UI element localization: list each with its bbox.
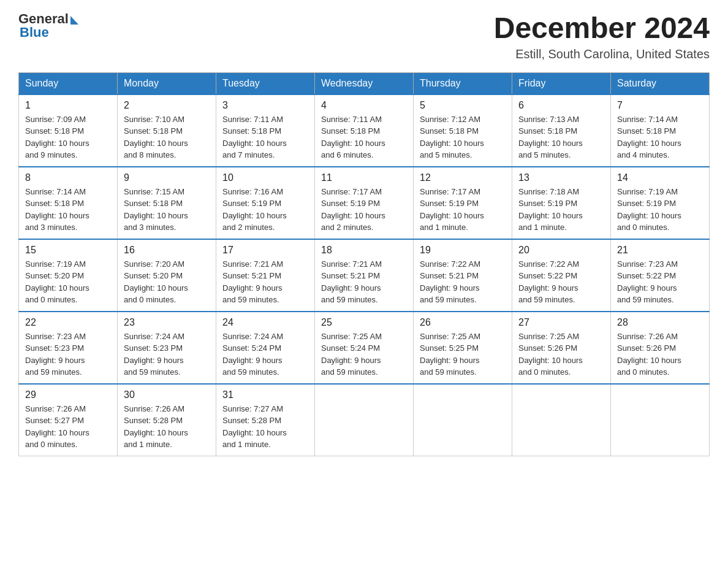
calendar-cell: 15Sunrise: 7:19 AMSunset: 5:20 PMDayligh… bbox=[19, 239, 118, 312]
day-number: 23 bbox=[124, 317, 210, 328]
day-number: 1 bbox=[25, 100, 111, 111]
day-info: Sunrise: 7:17 AMSunset: 5:19 PMDaylight:… bbox=[321, 186, 407, 234]
day-info: Sunrise: 7:22 AMSunset: 5:21 PMDaylight:… bbox=[420, 258, 506, 306]
day-info: Sunrise: 7:19 AMSunset: 5:19 PMDaylight:… bbox=[617, 186, 703, 234]
day-number: 30 bbox=[124, 389, 210, 400]
page-header: General Blue December 2024 Estill, South… bbox=[18, 12, 710, 61]
day-number: 25 bbox=[321, 317, 407, 328]
calendar-cell: 1Sunrise: 7:09 AMSunset: 5:18 PMDaylight… bbox=[19, 94, 118, 167]
day-info: Sunrise: 7:23 AMSunset: 5:22 PMDaylight:… bbox=[617, 258, 703, 306]
day-number: 21 bbox=[617, 245, 703, 256]
calendar-cell bbox=[315, 384, 414, 456]
calendar-cell: 11Sunrise: 7:17 AMSunset: 5:19 PMDayligh… bbox=[315, 167, 414, 239]
calendar-cell: 17Sunrise: 7:21 AMSunset: 5:21 PMDayligh… bbox=[216, 239, 315, 312]
day-info: Sunrise: 7:13 AMSunset: 5:18 PMDaylight:… bbox=[518, 113, 604, 161]
header-wednesday: Wednesday bbox=[315, 72, 414, 94]
day-number: 14 bbox=[617, 172, 703, 183]
day-info: Sunrise: 7:26 AMSunset: 5:27 PMDaylight:… bbox=[25, 403, 111, 451]
day-number: 3 bbox=[222, 100, 308, 111]
day-info: Sunrise: 7:12 AMSunset: 5:18 PMDaylight:… bbox=[420, 113, 506, 161]
logo-blue-text: Blue bbox=[20, 25, 49, 40]
header-thursday: Thursday bbox=[414, 72, 512, 94]
day-info: Sunrise: 7:18 AMSunset: 5:19 PMDaylight:… bbox=[518, 186, 604, 234]
calendar-cell: 10Sunrise: 7:16 AMSunset: 5:19 PMDayligh… bbox=[216, 167, 315, 239]
day-info: Sunrise: 7:22 AMSunset: 5:22 PMDaylight:… bbox=[518, 258, 604, 306]
day-number: 28 bbox=[617, 317, 703, 328]
calendar-cell: 3Sunrise: 7:11 AMSunset: 5:18 PMDaylight… bbox=[216, 94, 315, 167]
calendar-cell: 25Sunrise: 7:25 AMSunset: 5:24 PMDayligh… bbox=[315, 312, 414, 384]
calendar-cell: 7Sunrise: 7:14 AMSunset: 5:18 PMDaylight… bbox=[611, 94, 710, 167]
calendar-cell: 4Sunrise: 7:11 AMSunset: 5:18 PMDaylight… bbox=[315, 94, 414, 167]
day-info: Sunrise: 7:16 AMSunset: 5:19 PMDaylight:… bbox=[222, 186, 308, 234]
day-info: Sunrise: 7:24 AMSunset: 5:23 PMDaylight:… bbox=[124, 331, 210, 378]
calendar-cell bbox=[611, 384, 710, 456]
day-info: Sunrise: 7:20 AMSunset: 5:20 PMDaylight:… bbox=[124, 258, 210, 306]
day-number: 10 bbox=[222, 172, 308, 183]
day-info: Sunrise: 7:25 AMSunset: 5:24 PMDaylight:… bbox=[321, 331, 407, 378]
day-number: 19 bbox=[420, 245, 506, 256]
calendar-cell: 13Sunrise: 7:18 AMSunset: 5:19 PMDayligh… bbox=[512, 167, 611, 239]
header-monday: Monday bbox=[118, 72, 216, 94]
day-number: 27 bbox=[518, 317, 604, 328]
calendar-cell: 5Sunrise: 7:12 AMSunset: 5:18 PMDaylight… bbox=[414, 94, 512, 167]
day-info: Sunrise: 7:25 AMSunset: 5:25 PMDaylight:… bbox=[420, 331, 506, 378]
day-info: Sunrise: 7:14 AMSunset: 5:18 PMDaylight:… bbox=[25, 186, 111, 234]
day-number: 24 bbox=[222, 317, 308, 328]
calendar-cell: 9Sunrise: 7:15 AMSunset: 5:18 PMDaylight… bbox=[118, 167, 216, 239]
calendar-cell: 12Sunrise: 7:17 AMSunset: 5:19 PMDayligh… bbox=[414, 167, 512, 239]
day-info: Sunrise: 7:26 AMSunset: 5:26 PMDaylight:… bbox=[617, 331, 703, 378]
day-info: Sunrise: 7:14 AMSunset: 5:18 PMDaylight:… bbox=[617, 113, 703, 161]
day-info: Sunrise: 7:11 AMSunset: 5:18 PMDaylight:… bbox=[321, 113, 407, 161]
day-number: 18 bbox=[321, 245, 407, 256]
logo-general-text: General bbox=[18, 12, 69, 26]
calendar-table: SundayMondayTuesdayWednesdayThursdayFrid… bbox=[18, 72, 710, 456]
day-number: 5 bbox=[420, 100, 506, 111]
day-number: 8 bbox=[25, 172, 111, 183]
header-saturday: Saturday bbox=[611, 72, 710, 94]
calendar-cell: 22Sunrise: 7:23 AMSunset: 5:23 PMDayligh… bbox=[19, 312, 118, 384]
calendar-cell: 6Sunrise: 7:13 AMSunset: 5:18 PMDaylight… bbox=[512, 94, 611, 167]
calendar-week-row: 15Sunrise: 7:19 AMSunset: 5:20 PMDayligh… bbox=[19, 239, 710, 312]
calendar-cell: 16Sunrise: 7:20 AMSunset: 5:20 PMDayligh… bbox=[118, 239, 216, 312]
day-number: 7 bbox=[617, 100, 703, 111]
header-friday: Friday bbox=[512, 72, 611, 94]
month-year-title: December 2024 bbox=[494, 12, 710, 45]
day-info: Sunrise: 7:11 AMSunset: 5:18 PMDaylight:… bbox=[222, 113, 308, 161]
day-info: Sunrise: 7:26 AMSunset: 5:28 PMDaylight:… bbox=[124, 403, 210, 451]
day-info: Sunrise: 7:17 AMSunset: 5:19 PMDaylight:… bbox=[420, 186, 506, 234]
day-number: 12 bbox=[420, 172, 506, 183]
calendar-cell bbox=[414, 384, 512, 456]
day-number: 26 bbox=[420, 317, 506, 328]
day-number: 11 bbox=[321, 172, 407, 183]
calendar-cell: 30Sunrise: 7:26 AMSunset: 5:28 PMDayligh… bbox=[118, 384, 216, 456]
day-number: 22 bbox=[25, 317, 111, 328]
calendar-cell: 14Sunrise: 7:19 AMSunset: 5:19 PMDayligh… bbox=[611, 167, 710, 239]
calendar-cell: 28Sunrise: 7:26 AMSunset: 5:26 PMDayligh… bbox=[611, 312, 710, 384]
calendar-cell: 31Sunrise: 7:27 AMSunset: 5:28 PMDayligh… bbox=[216, 384, 315, 456]
calendar-cell: 2Sunrise: 7:10 AMSunset: 5:18 PMDaylight… bbox=[118, 94, 216, 167]
day-number: 6 bbox=[518, 100, 604, 111]
calendar-cell: 18Sunrise: 7:21 AMSunset: 5:21 PMDayligh… bbox=[315, 239, 414, 312]
day-number: 2 bbox=[124, 100, 210, 111]
days-of-week-header: SundayMondayTuesdayWednesdayThursdayFrid… bbox=[19, 72, 710, 94]
day-info: Sunrise: 7:09 AMSunset: 5:18 PMDaylight:… bbox=[25, 113, 111, 161]
calendar-cell: 27Sunrise: 7:25 AMSunset: 5:26 PMDayligh… bbox=[512, 312, 611, 384]
day-info: Sunrise: 7:25 AMSunset: 5:26 PMDaylight:… bbox=[518, 331, 604, 378]
day-info: Sunrise: 7:21 AMSunset: 5:21 PMDaylight:… bbox=[321, 258, 407, 306]
calendar-cell: 19Sunrise: 7:22 AMSunset: 5:21 PMDayligh… bbox=[414, 239, 512, 312]
calendar-week-row: 1Sunrise: 7:09 AMSunset: 5:18 PMDaylight… bbox=[19, 94, 710, 167]
day-number: 4 bbox=[321, 100, 407, 111]
day-info: Sunrise: 7:10 AMSunset: 5:18 PMDaylight:… bbox=[124, 113, 210, 161]
day-number: 13 bbox=[518, 172, 604, 183]
day-info: Sunrise: 7:27 AMSunset: 5:28 PMDaylight:… bbox=[222, 403, 308, 451]
day-number: 17 bbox=[222, 245, 308, 256]
header-tuesday: Tuesday bbox=[216, 72, 315, 94]
calendar-cell: 23Sunrise: 7:24 AMSunset: 5:23 PMDayligh… bbox=[118, 312, 216, 384]
location-subtitle: Estill, South Carolina, United States bbox=[494, 47, 710, 61]
day-number: 29 bbox=[25, 389, 111, 400]
day-number: 31 bbox=[222, 389, 308, 400]
day-number: 20 bbox=[518, 245, 604, 256]
day-info: Sunrise: 7:15 AMSunset: 5:18 PMDaylight:… bbox=[124, 186, 210, 234]
calendar-cell: 20Sunrise: 7:22 AMSunset: 5:22 PMDayligh… bbox=[512, 239, 611, 312]
calendar-cell: 26Sunrise: 7:25 AMSunset: 5:25 PMDayligh… bbox=[414, 312, 512, 384]
